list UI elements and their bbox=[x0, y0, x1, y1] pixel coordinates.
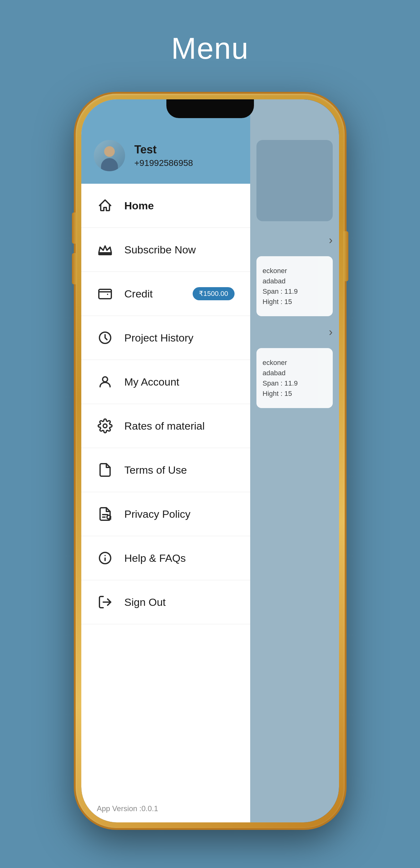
menu-label-rates: Rates of material bbox=[124, 420, 234, 432]
menu-label-my-account: My Account bbox=[124, 376, 234, 388]
credit-badge: ₹1500.00 bbox=[193, 287, 234, 300]
menu-item-subscribe[interactable]: Subscribe Now bbox=[81, 228, 250, 272]
signout-icon bbox=[97, 594, 113, 610]
menu-item-my-account[interactable]: My Account bbox=[81, 360, 250, 404]
menu-label-terms: Terms of Use bbox=[124, 464, 234, 476]
menu-items-list: Home Subscribe Now bbox=[81, 184, 250, 795]
user-name: Test bbox=[135, 143, 193, 156]
menu-item-rates[interactable]: Rates of material bbox=[81, 404, 250, 448]
page-title: Menu bbox=[171, 31, 249, 66]
right-card bbox=[256, 140, 333, 221]
menu-item-home[interactable]: Home bbox=[81, 184, 250, 228]
menu-label-signout: Sign Out bbox=[124, 596, 234, 608]
right-list-item-2: eckoner adabad Span : 11.9 Hight : 15 bbox=[256, 348, 333, 408]
document-icon bbox=[97, 462, 113, 478]
app-version: App Version :0.0.1 bbox=[81, 795, 250, 823]
menu-label-project-history: Project History bbox=[124, 332, 234, 344]
notch bbox=[166, 99, 254, 118]
user-phone: +91992586958 bbox=[135, 158, 193, 168]
chevron-right-1: › bbox=[250, 227, 339, 253]
menu-label-privacy: Privacy Policy bbox=[124, 508, 234, 520]
menu-label-subscribe: Subscribe Now bbox=[124, 244, 234, 256]
menu-item-terms[interactable]: Terms of Use bbox=[81, 448, 250, 492]
menu-item-privacy[interactable]: Privacy Policy bbox=[81, 492, 250, 536]
volume-up-button bbox=[72, 213, 77, 244]
clock-icon bbox=[97, 330, 113, 346]
svg-rect-0 bbox=[99, 253, 111, 255]
menu-item-help[interactable]: Help & FAQs bbox=[81, 536, 250, 580]
menu-label-help: Help & FAQs bbox=[124, 552, 234, 564]
gear-icon bbox=[97, 418, 113, 434]
volume-down-button bbox=[72, 253, 77, 284]
user-info: Test +91992586958 bbox=[135, 143, 193, 168]
phone-mockup: Test +91992586958 Home bbox=[76, 94, 345, 828]
menu-label-credit: Credit bbox=[124, 288, 181, 300]
document-list-icon bbox=[97, 506, 113, 522]
menu-item-credit[interactable]: Credit ₹1500.00 bbox=[81, 272, 250, 316]
svg-point-4 bbox=[103, 424, 107, 428]
svg-rect-1 bbox=[99, 289, 111, 299]
menu-panel: Test +91992586958 Home bbox=[81, 99, 250, 823]
svg-point-3 bbox=[103, 377, 108, 382]
wallet-icon bbox=[97, 286, 113, 302]
crown-icon bbox=[97, 242, 113, 258]
right-panel: › eckoner adabad Span : 11.9 Hight : 15 … bbox=[250, 99, 339, 823]
list-text-2: eckoner adabad Span : 11.9 Hight : 15 bbox=[263, 358, 327, 399]
menu-label-home: Home bbox=[124, 200, 234, 212]
user-icon bbox=[97, 374, 113, 390]
menu-item-signout[interactable]: Sign Out bbox=[81, 580, 250, 624]
screen: Test +91992586958 Home bbox=[81, 99, 339, 823]
menu-item-project-history[interactable]: Project History bbox=[81, 316, 250, 360]
info-icon bbox=[97, 550, 113, 566]
chevron-right-2: › bbox=[250, 319, 339, 345]
avatar bbox=[94, 140, 125, 171]
power-button bbox=[343, 231, 348, 281]
home-icon bbox=[97, 197, 113, 214]
list-text-1: eckoner adabad Span : 11.9 Hight : 15 bbox=[263, 266, 327, 307]
right-list-item-1: eckoner adabad Span : 11.9 Hight : 15 bbox=[256, 256, 333, 316]
